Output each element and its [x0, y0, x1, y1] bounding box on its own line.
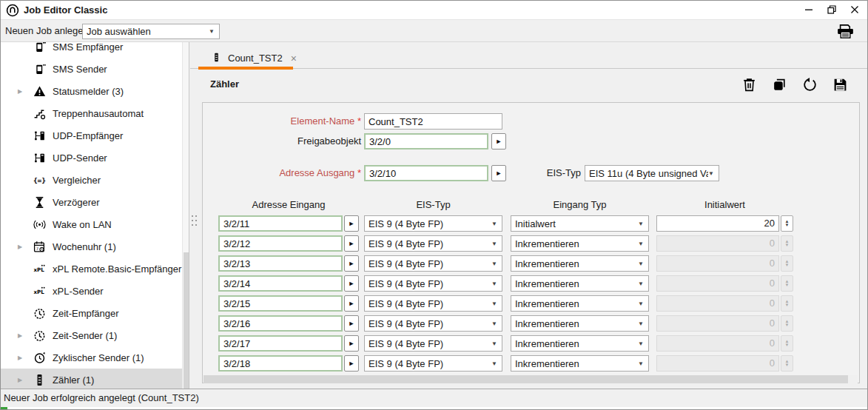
initialwert-value[interactable]: 0: [656, 315, 779, 332]
header-eingang-typ: Eingang Typ: [511, 199, 649, 211]
eis-typ-select[interactable]: EIS 9 (4 Byte FP) ▼: [364, 295, 502, 312]
address-input[interactable]: [218, 235, 343, 252]
sidebar-item-4[interactable]: ▶ UDP-Empfänger: [1, 124, 183, 147]
address-picker-button[interactable]: ►: [344, 255, 359, 272]
eingang-typ-select[interactable]: Inkrementieren ▼: [511, 255, 649, 272]
eingang-typ-select[interactable]: Inkrementieren ▼: [511, 235, 649, 252]
reload-button[interactable]: [801, 78, 818, 94]
sidebar-item-12[interactable]: ▶ Zeit-Empfänger: [1, 302, 183, 324]
spinner-buttons[interactable]: ▲ ▼: [781, 335, 793, 352]
initialwert-value[interactable]: 0: [656, 335, 779, 352]
address-input[interactable]: [218, 215, 343, 232]
sidebar-item-2[interactable]: ▶ Statusmelder (3): [1, 80, 183, 102]
delete-button[interactable]: [741, 78, 757, 94]
spinner-buttons[interactable]: ▲ ▼: [781, 315, 793, 332]
eis-typ-select[interactable]: EIS 9 (4 Byte FP) ▼: [364, 235, 502, 252]
eis-typ-select[interactable]: EIS 9 (4 Byte FP) ▼: [364, 335, 502, 352]
time-icon: [33, 307, 46, 320]
expand-arrow-icon[interactable]: ▶: [18, 243, 28, 250]
initialwert-value[interactable]: 0: [656, 355, 779, 372]
initialwert-value[interactable]: 0: [656, 255, 779, 272]
expand-arrow-icon[interactable]: ▶: [18, 377, 28, 383]
spinner-buttons[interactable]: ▲ ▼: [781, 255, 793, 272]
eis-typ-select[interactable]: EIS 9 (4 Byte FP) ▼: [364, 275, 502, 292]
eingang-typ-select[interactable]: Initialwert ▼: [511, 215, 649, 232]
spinner-buttons[interactable]: ▲ ▼: [781, 235, 793, 252]
sidebar-item-10[interactable]: ▶ xPL xPL Remote.Basic-Empfänger: [1, 258, 183, 280]
address-input[interactable]: [218, 255, 343, 272]
eis-typ-select[interactable]: EIS 11u (4 Byte unsigned Va... ▼: [585, 165, 719, 181]
address-picker-button[interactable]: ►: [344, 315, 359, 332]
duplicate-button[interactable]: [771, 78, 787, 94]
expand-arrow-icon[interactable]: ▶: [18, 354, 28, 361]
table-row: ► EIS 9 (4 Byte FP) ▼ Inkrementieren ▼ 0…: [203, 355, 859, 372]
eis-typ-select[interactable]: EIS 9 (4 Byte FP) ▼: [364, 315, 502, 332]
expand-arrow-icon[interactable]: ▶: [18, 88, 28, 95]
address-picker-button[interactable]: ►: [344, 215, 359, 232]
initialwert-value[interactable]: 0: [656, 295, 779, 312]
address-input[interactable]: [218, 275, 343, 292]
eingang-typ-select[interactable]: Inkrementieren ▼: [511, 355, 649, 372]
close-button[interactable]: [843, 1, 866, 20]
tab-count-tst2[interactable]: Count_TST2 ×: [198, 50, 303, 67]
freigabeobjekt-input[interactable]: [364, 133, 488, 149]
minimize-icon: [804, 5, 813, 16]
spinner-buttons[interactable]: ▲ ▼: [781, 275, 793, 292]
sidebar-item-13[interactable]: ▶ Zeit-Sender (1): [1, 324, 183, 346]
table-row: ► EIS 9 (4 Byte FP) ▼ Inkrementieren ▼ 0…: [203, 295, 859, 312]
address-picker-button[interactable]: ►: [344, 235, 359, 252]
right-arrow-icon: ►: [349, 220, 355, 227]
adresse-ausgang-input[interactable]: [364, 165, 488, 181]
restore-button[interactable]: [820, 1, 843, 20]
sidebar-item-0[interactable]: ▶ SMS Empfänger: [1, 42, 183, 58]
sms-receiver-icon: [33, 42, 46, 53]
tab-close-icon[interactable]: ×: [291, 53, 297, 64]
address-picker-button[interactable]: ►: [344, 275, 359, 292]
sidebar-item-6[interactable]: ▶ {=} Vergleicher: [1, 169, 183, 191]
print-button[interactable]: [835, 23, 855, 42]
sidebar-item-7[interactable]: ▶ Verzögerer: [1, 191, 183, 213]
element-name-input[interactable]: [364, 113, 502, 130]
sidebar-item-15[interactable]: ▶ Zähler (1): [1, 369, 183, 389]
sidebar-item-3[interactable]: ▶ Treppenhausautomat: [1, 102, 183, 124]
job-select[interactable]: Job auswählen ▼: [82, 24, 220, 39]
sidebar-item-14[interactable]: ▶ Zyklischer Sender (1): [1, 346, 183, 369]
sidebar-scrollbar-thumb[interactable]: [184, 252, 189, 389]
initialwert-spinner: 0 ▲ ▼: [656, 295, 793, 312]
spinner-buttons[interactable]: ▲ ▼: [781, 295, 793, 312]
eis-typ-select[interactable]: EIS 9 (4 Byte FP) ▼: [364, 355, 502, 372]
initialwert-value[interactable]: 20: [656, 215, 779, 232]
horizontal-scrollbar[interactable]: [203, 375, 858, 383]
eis-typ-select[interactable]: EIS 9 (4 Byte FP) ▼: [364, 255, 502, 272]
minimize-button[interactable]: [797, 1, 820, 20]
dropdown-arrow-icon: ▼: [638, 360, 648, 367]
address-input[interactable]: [218, 295, 343, 312]
sidebar-item-5[interactable]: ▶ UDP-Sender: [1, 147, 183, 169]
eingang-typ-select[interactable]: Inkrementieren ▼: [511, 275, 649, 292]
initialwert-value[interactable]: 0: [656, 275, 779, 292]
spinner-buttons[interactable]: ▲ ▼: [781, 215, 793, 232]
restore-icon: [827, 5, 836, 16]
sidebar-item-8[interactable]: ▶ Wake on LAN: [1, 213, 183, 235]
eingang-typ-select[interactable]: Inkrementieren ▼: [511, 295, 649, 312]
sidebar-scrollbar[interactable]: [182, 42, 189, 389]
sidebar-item-11[interactable]: ▶ xPL xPL-Sender: [1, 280, 183, 302]
address-picker-button[interactable]: ►: [344, 295, 359, 312]
freigabeobjekt-picker-button[interactable]: ►: [491, 133, 506, 149]
eis-typ-select[interactable]: EIS 9 (4 Byte FP) ▼: [364, 215, 502, 232]
expand-arrow-icon[interactable]: ▶: [18, 332, 28, 339]
eingang-typ-select[interactable]: Inkrementieren ▼: [511, 315, 649, 332]
address-input[interactable]: [218, 315, 343, 332]
sidebar-item-9[interactable]: ▶ 7 Wochenuhr (1): [1, 235, 183, 258]
delete-icon: [741, 77, 757, 95]
address-input[interactable]: [218, 335, 343, 352]
eingang-typ-select[interactable]: Inkrementieren ▼: [511, 335, 649, 352]
address-input[interactable]: [218, 355, 343, 372]
spinner-buttons[interactable]: ▲ ▼: [781, 355, 793, 372]
save-button[interactable]: [832, 78, 848, 94]
horizontal-scrollbar-thumb[interactable]: [203, 375, 848, 383]
initialwert-value[interactable]: 0: [656, 235, 779, 252]
address-picker-button[interactable]: ►: [344, 335, 359, 352]
sidebar-item-1[interactable]: ▶ SMS Sender: [1, 58, 183, 80]
address-picker-button[interactable]: ►: [344, 355, 359, 372]
